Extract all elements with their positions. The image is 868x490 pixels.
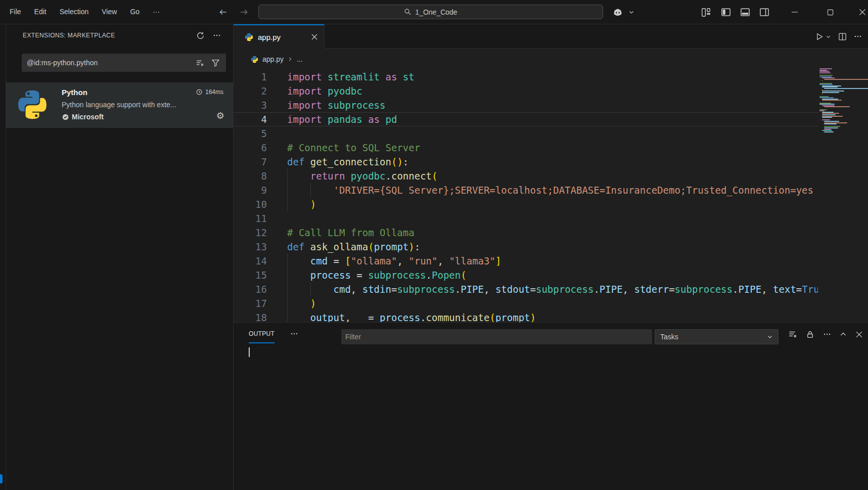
code-line-15: 15 process = subprocess.Popen( xyxy=(234,268,868,282)
activity-badge-fragment xyxy=(0,474,3,483)
lock-scroll-icon[interactable] xyxy=(806,330,814,339)
extensions-search-box xyxy=(22,54,226,72)
code-text: import streamlit as st xyxy=(267,70,868,84)
code-line-13: 13def ask_ollama(prompt): xyxy=(234,240,868,254)
window-maximize-icon[interactable] xyxy=(824,6,836,18)
line-number[interactable]: 2 xyxy=(234,84,267,98)
split-editor-icon[interactable] xyxy=(838,32,847,41)
search-icon xyxy=(404,8,412,16)
code-editor-area[interactable]: 1import streamlit as st2import pyodbc3im… xyxy=(234,70,868,322)
code-line-10: 10 ) xyxy=(234,197,868,211)
run-python-file-icon[interactable] xyxy=(815,32,831,41)
line-number[interactable]: 7 xyxy=(234,155,267,169)
extension-gear-icon[interactable]: ⚙ xyxy=(216,111,224,120)
tab-close-icon[interactable] xyxy=(311,33,318,40)
extension-description: Python language support with exte... xyxy=(62,101,176,109)
close-panel-icon[interactable] xyxy=(855,331,863,338)
output-filter-input[interactable] xyxy=(341,329,652,344)
extensions-search-input[interactable] xyxy=(22,59,196,67)
panel-header: OUTPUT Tasks xyxy=(234,323,868,346)
code-text xyxy=(267,211,868,226)
indent-guide xyxy=(310,282,311,296)
tab-label: app.py xyxy=(258,33,281,41)
line-number[interactable]: 4 xyxy=(234,112,267,126)
panel-tab-output[interactable]: OUTPUT xyxy=(249,323,275,345)
sidebar-title: EXTENSIONS: MARKETPLACE xyxy=(23,32,115,39)
line-number[interactable]: 14 xyxy=(234,254,267,268)
menu-selection[interactable]: Selection xyxy=(53,0,96,24)
window-close-icon[interactable] xyxy=(856,6,868,18)
line-number[interactable]: 1 xyxy=(234,70,267,84)
code-line-9: 9 'DRIVER={SQL Server};SERVER=localhost;… xyxy=(234,183,868,197)
indent-guide xyxy=(287,169,288,183)
copilot-chevron-down-icon[interactable] xyxy=(628,6,635,18)
line-number[interactable]: 10 xyxy=(234,197,267,211)
titlebar: FileEditSelectionViewGo··· 1_One_Code xyxy=(0,0,868,24)
indent-guide xyxy=(287,197,288,211)
output-channel-select[interactable]: Tasks xyxy=(655,329,779,344)
back-arrow-icon[interactable] xyxy=(217,7,229,18)
left-edge-strip xyxy=(0,24,6,490)
code-text: # Connect to SQL Server xyxy=(267,141,868,155)
forward-arrow-icon[interactable] xyxy=(239,7,250,18)
code-text: output, _ = process.communicate(prompt) xyxy=(267,310,868,322)
toggle-secondary-sidebar-icon[interactable] xyxy=(758,6,770,18)
sidebar-header: EXTENSIONS: MARKETPLACE xyxy=(6,24,233,47)
indent-guide xyxy=(310,183,311,197)
code-line-4: 4import pandas as pd xyxy=(234,112,868,126)
editor-actions xyxy=(815,24,862,49)
sidebar-more-actions-icon[interactable] xyxy=(213,31,221,39)
menu-go[interactable]: Go xyxy=(123,0,146,24)
line-number[interactable]: 18 xyxy=(234,310,267,322)
menu-view[interactable]: View xyxy=(95,0,123,24)
line-number[interactable]: 5 xyxy=(234,126,267,141)
code-line-11: 11 xyxy=(234,211,868,226)
code-line-17: 17 ) xyxy=(234,296,868,310)
toggle-primary-sidebar-icon[interactable] xyxy=(720,6,732,18)
line-number[interactable]: 9 xyxy=(234,183,267,197)
clear-output-icon[interactable] xyxy=(788,330,797,339)
copilot-icon[interactable] xyxy=(612,6,624,18)
code-line-12: 12# Call LLM from Ollama xyxy=(234,226,868,240)
menu-edit[interactable]: Edit xyxy=(28,0,53,24)
code-text: import pyodbc xyxy=(267,84,868,98)
output-filter-box xyxy=(341,329,652,344)
line-number[interactable]: 16 xyxy=(234,282,267,296)
refresh-icon[interactable] xyxy=(196,31,205,40)
minimap[interactable] xyxy=(818,49,868,322)
window-minimize-icon[interactable] xyxy=(789,6,801,18)
editor-more-actions-icon[interactable] xyxy=(854,32,862,40)
filter-funnel-icon[interactable] xyxy=(211,59,220,67)
line-number[interactable]: 12 xyxy=(234,226,267,240)
code-text: import pandas as pd xyxy=(267,112,868,126)
command-center-search[interactable]: 1_One_Code xyxy=(258,5,603,19)
maximize-panel-chevron-up-icon[interactable] xyxy=(840,331,847,338)
menu-bar: FileEditSelectionViewGo··· xyxy=(3,0,166,24)
breadcrumb-more[interactable]: ... xyxy=(297,55,303,63)
customize-layout-icon[interactable] xyxy=(700,6,712,18)
line-number[interactable]: 8 xyxy=(234,169,267,183)
extension-publisher: Microsoft xyxy=(62,113,104,121)
breadcrumb-file[interactable]: app.py xyxy=(262,55,284,63)
line-number[interactable]: 15 xyxy=(234,268,267,282)
toggle-panel-icon[interactable] xyxy=(739,6,751,18)
extension-list-item-python[interactable]: Python 164ms Python language support wit… xyxy=(6,82,234,128)
code-text: return pyodbc.connect( xyxy=(267,169,868,183)
line-number[interactable]: 3 xyxy=(234,98,267,112)
code-text: import subprocess xyxy=(267,98,868,112)
panel-tabs-more-icon[interactable] xyxy=(290,330,298,338)
panel-more-actions-icon[interactable] xyxy=(823,330,831,338)
breadcrumb[interactable]: app.py ... xyxy=(234,49,868,70)
menu-file[interactable]: File xyxy=(3,0,28,24)
line-number[interactable]: 17 xyxy=(234,296,267,310)
code-text xyxy=(267,126,868,141)
line-number[interactable]: 13 xyxy=(234,240,267,254)
clear-filter-icon[interactable] xyxy=(196,59,204,67)
breadcrumb-chevron-right-icon xyxy=(288,57,293,62)
bottom-panel: OUTPUT Tasks xyxy=(234,322,868,490)
menu-more[interactable]: ··· xyxy=(146,0,166,24)
line-number[interactable]: 6 xyxy=(234,141,267,155)
tab-app-py[interactable]: app.py xyxy=(234,24,325,49)
code-line-7: 7def get_connection(): xyxy=(234,155,868,169)
line-number[interactable]: 11 xyxy=(234,211,267,226)
